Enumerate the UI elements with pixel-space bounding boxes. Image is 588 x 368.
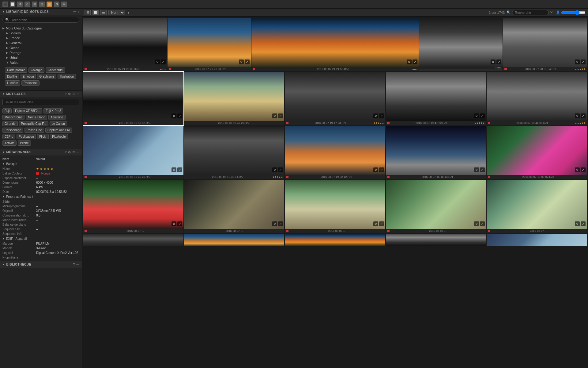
keywords-add[interactable]: + — [77, 10, 79, 13]
photo-settings-icon-p3[interactable]: ⚙ — [407, 59, 412, 64]
tag-fujinon[interactable]: Fujinon XF 35F2... — [13, 108, 42, 113]
photo-settings-icon-p9[interactable]: ⚙ — [474, 113, 479, 118]
meta-list[interactable]: ☰ — [72, 151, 75, 154]
tag-presquile[interactable]: Presqu'île Cap-F... — [19, 121, 48, 126]
tag-conceptuel[interactable]: Conceptuel — [46, 67, 66, 73]
photo-cell-p8[interactable]: ⚙ ⤢ 2016-08-07-19-47-23.RAF ★★★★★ — [285, 72, 385, 125]
tag-digitlife[interactable]: Digitlife — [5, 74, 19, 79]
photo-cell-p18[interactable]: ⚙ ⤢ 2016-08-07-... — [285, 180, 385, 233]
toolbar-icon-1[interactable]: ⬛ — [2, 2, 8, 7]
meta-settings[interactable]: ⚙ — [68, 151, 71, 154]
toolbar-icon-7[interactable]: ⚙ — [54, 2, 59, 7]
photo-settings-icon-p17[interactable]: ⚙ — [272, 221, 277, 226]
keywords-action-1[interactable]: ··· — [73, 10, 76, 13]
photo-cell-p5[interactable]: ⚙ ⤢ 2016-08-07-20-01-04.RAF ★★★★★ — [503, 18, 587, 71]
keywords-library-header[interactable]: ▼ LIBRAIRIE DE MOTS CLÉS ··· + — [0, 9, 82, 15]
photo-settings-icon-p16[interactable]: ⚙ — [172, 221, 176, 226]
photo-settings-icon-p10[interactable]: ⚙ — [575, 113, 580, 118]
tree-catalog[interactable]: ▶ Mots Clés du Catalogue ···+ — [2, 26, 79, 31]
tag-noirblanc[interactable]: Noir & Blanc — [26, 115, 47, 120]
photo-cell-p24[interactable] — [386, 234, 486, 246]
tag-cartepostale[interactable]: Carte postale — [5, 67, 27, 73]
tag-aquitaine[interactable]: Aquitaine — [48, 115, 66, 120]
photo-cell-p14[interactable]: ⚙ ⤢ 2016-08-07-15-16-13.RAF — [386, 126, 486, 179]
mots-cles-more[interactable]: ··· — [76, 92, 79, 96]
tag-illustration[interactable]: Illustration — [58, 74, 76, 79]
photo-cell-p25[interactable] — [487, 234, 587, 246]
mots-cles-list[interactable]: ☰ — [72, 92, 75, 96]
metadonnees-header[interactable]: ▼ MÉTADONNÉES ? ⚙ ☰ ··· — [0, 149, 82, 155]
photo-expand-icon-p8[interactable]: ⤢ — [379, 113, 384, 118]
photo-expand-icon-p3[interactable]: ⤢ — [413, 59, 417, 64]
toolbar-icon-5[interactable]: ⊞ — [32, 2, 37, 7]
mots-cles-settings[interactable]: ⚙ — [68, 92, 71, 96]
photo-cell-p12[interactable]: ⚙ ⤢ 2016-08-07-19-39-11.RAF ★★★★★ — [184, 126, 284, 179]
keywords-search-box[interactable]: 🔍 — [2, 17, 79, 23]
photo-cell-p1[interactable]: ⚙ ⤢ 2016-08-07-21-22-05.RAF — [83, 18, 167, 71]
toolbar-icon-6[interactable]: ⊟ — [39, 2, 45, 7]
toolbar-icon-4[interactable]: ⤢ — [24, 2, 30, 7]
photo-settings-icon-p18[interactable]: ⚙ — [373, 221, 378, 226]
bibliotheque-header[interactable]: ▼ BIBLIOTHÈQUE ? ··· — [0, 261, 82, 268]
tree-boitiers[interactable]: ▶ Boitiers ···+ — [2, 31, 79, 36]
tree-ocean[interactable]: ▶ Océan ···+ — [2, 45, 79, 50]
photo-expand-icon-p9[interactable]: ⤢ — [480, 113, 485, 118]
photo-cell-p20[interactable]: ⚙ ⤢ 2016-08-07-... — [487, 180, 587, 233]
photo-settings-icon-p5[interactable]: ⚙ — [575, 59, 580, 64]
photo-settings-icon-p19[interactable]: ⚙ — [474, 221, 479, 226]
mots-cles-help[interactable]: ? — [65, 92, 67, 96]
tag-gironde[interactable]: Gironde — [2, 121, 18, 126]
tag-graphisme[interactable]: Graphisme — [37, 74, 56, 79]
tag-lumiere[interactable]: Lumière — [5, 80, 20, 86]
photo-expand-icon-p2[interactable]: ⤢ — [245, 59, 250, 64]
photo-cell-p17[interactable]: ⚙ ⤢ 2016-08-07-... — [184, 180, 284, 233]
photo-cell-p23[interactable] — [285, 234, 385, 246]
meta-exif-header[interactable]: ▼ EXIF - Appareil — [0, 236, 82, 241]
photo-settings-icon-p2[interactable]: ⚙ — [239, 59, 244, 64]
meta-more[interactable]: ··· — [76, 151, 79, 154]
photo-cell-p15[interactable]: ⚙ ⤢ 2016-08-07-15-09-02.RAF — [487, 126, 587, 179]
tag-fluxapple[interactable]: FluxApple — [50, 134, 68, 139]
photo-cell-p11[interactable]: ⚙ ⤢ 2016-08-07-19-40-28.RAF — [83, 126, 183, 179]
photo-expand-icon-p15[interactable]: ⤢ — [581, 167, 586, 172]
toolbar-icon-active[interactable]: ▦ — [47, 2, 52, 7]
photo-settings-icon-p7[interactable]: ⚙ — [272, 113, 277, 118]
photo-expand-icon-p7[interactable]: ⤢ — [278, 113, 283, 118]
photo-cell-p4[interactable]: ⚙ ⤢ — [419, 18, 503, 71]
photo-cell-p3[interactable]: ⚙ ⤢ 2016-08-07-21-21-56.RAF — [251, 18, 418, 71]
keywords-search-input[interactable] — [11, 18, 77, 22]
photo-expand-icon-p17[interactable]: ⤢ — [278, 221, 283, 226]
toolbar-icon-3[interactable]: ↺ — [17, 2, 23, 7]
photo-cell-p13[interactable]: ⚙ ⤢ 2016-08-07-19-22-12.RAF — [285, 126, 385, 179]
photo-expand-icon-p14[interactable]: ⤢ — [480, 167, 485, 172]
tag-xpro2[interactable]: Fuji X-Pro2 — [43, 108, 63, 113]
toolbar-icon-2[interactable]: ⬜ — [10, 2, 15, 7]
tag-fuji[interactable]: Fuji — [2, 108, 12, 113]
photo-settings-icon-p8[interactable]: ⚙ — [373, 113, 378, 118]
filter-icon[interactable]: ▼ — [127, 11, 130, 14]
photo-expand-icon-p11[interactable]: ⤢ — [177, 167, 182, 172]
sort-select[interactable]: Nom Date Note — [108, 10, 125, 15]
photo-settings-icon-p14[interactable]: ⚙ — [474, 167, 479, 172]
view-btn-grid[interactable]: ▦ — [92, 10, 99, 15]
tag-publication[interactable]: Publication — [17, 134, 36, 139]
mots-cles-input[interactable] — [2, 99, 79, 105]
tag-captureonepro[interactable]: Capture one Pro — [45, 128, 72, 133]
tag-c1pro[interactable]: C1Pro — [2, 134, 15, 139]
tag-colorgie[interactable]: Colorgie — [28, 67, 44, 73]
photo-cell-p22[interactable] — [184, 234, 284, 246]
biblio-help[interactable]: ? — [73, 263, 75, 266]
photo-cell-p10[interactable]: ⚙ ⤢ 2016-08-07-19-44-05.RAF ★★★★★ — [487, 72, 587, 125]
photo-cell-p9[interactable]: ⚙ ⤢ 2016-08-07-19-47-20.RAF ★★★★★ — [386, 72, 486, 125]
grid-search-input[interactable] — [512, 10, 549, 15]
photo-expand-icon-p19[interactable]: ⤢ — [480, 221, 485, 226]
photo-settings-icon-p13[interactable]: ⚙ — [373, 167, 378, 172]
tag-lecanon[interactable]: Le Canon — [50, 121, 67, 126]
view-btn-grid-large[interactable]: ⊞ — [85, 10, 91, 15]
tree-france[interactable]: ▶ France ···+ — [2, 36, 79, 40]
tag-emotion[interactable]: Emotion — [21, 74, 36, 79]
tree-valeur[interactable]: ▼ Valeur ···+ — [2, 60, 79, 65]
photo-expand-icon-p12[interactable]: ⤢ — [278, 167, 283, 172]
meta-basique-header[interactable]: ▼ Basique — [0, 161, 82, 167]
photo-cell-p16[interactable]: ⚙ ⤢ 2016-08-07-... — [83, 180, 183, 233]
